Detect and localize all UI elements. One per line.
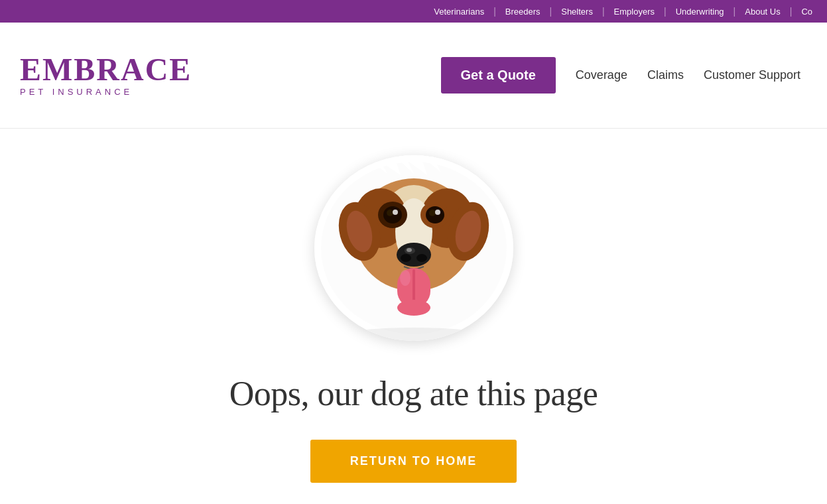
nav-customer-support[interactable]: Customer Support	[704, 68, 800, 82]
topnav-shelters[interactable]: Shelters	[552, 7, 602, 17]
svg-point-9	[387, 210, 393, 216]
svg-point-15	[397, 243, 431, 267]
topnav-breeders[interactable]: Breeders	[496, 7, 550, 17]
svg-point-17	[407, 248, 412, 252]
get-quote-button[interactable]: Get a Quote	[441, 57, 556, 94]
nav-coverage[interactable]: Coverage	[576, 68, 627, 82]
svg-point-10	[393, 210, 398, 215]
svg-point-28	[348, 328, 480, 341]
main-nav: Get a Quote Coverage Claims Customer Sup…	[441, 57, 801, 94]
topnav-about-us[interactable]: About Us	[735, 7, 789, 17]
return-home-button[interactable]: RETURN TO HOME	[310, 440, 517, 483]
svg-point-13	[429, 210, 436, 216]
svg-point-19	[416, 254, 427, 262]
svg-point-14	[435, 210, 440, 215]
logo[interactable]: EMBRACE PET INSURANCE	[20, 54, 192, 97]
error-heading: Oops, our dog ate this page	[229, 374, 598, 413]
dog-illustration	[301, 142, 527, 354]
torn-paper-effect	[314, 155, 513, 341]
topnav-underwriting[interactable]: Underwriting	[667, 7, 733, 17]
svg-point-18	[401, 254, 411, 262]
main-content: Oops, our dog ate this page RETURN TO HO…	[0, 129, 827, 504]
logo-subtitle: PET INSURANCE	[20, 87, 133, 97]
svg-point-23	[400, 270, 411, 286]
topnav-employers[interactable]: Employers	[605, 7, 664, 17]
dog-face-svg	[314, 155, 513, 341]
topnav-co[interactable]: Co	[792, 7, 822, 17]
main-header: EMBRACE PET INSURANCE Get a Quote Covera…	[0, 23, 827, 129]
logo-text: EMBRACE	[20, 54, 192, 86]
topnav-veterinarians[interactable]: Veterinarians	[424, 7, 493, 17]
svg-point-22	[397, 300, 430, 316]
dog-illustration-container	[301, 142, 527, 354]
top-nav-links: Veterinarians | Breeders | Shelters | Em…	[424, 6, 827, 17]
nav-claims[interactable]: Claims	[647, 68, 684, 82]
top-navigation-bar: Veterinarians | Breeders | Shelters | Em…	[0, 0, 827, 23]
